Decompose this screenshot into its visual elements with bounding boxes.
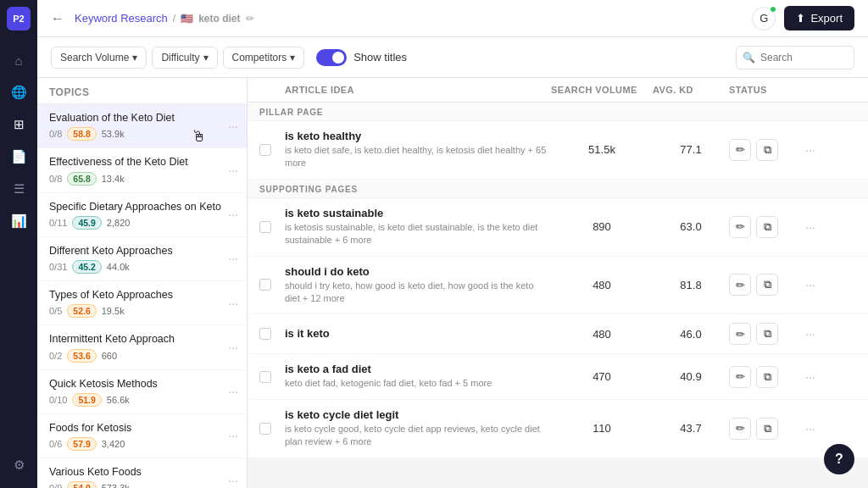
copy-button[interactable]: ⧉ bbox=[756, 323, 778, 345]
row-more-icon[interactable]: ··· bbox=[805, 278, 856, 291]
topic-item-intermittent[interactable]: Intermittent Keto Approach 0/2 53.6 660 … bbox=[37, 325, 247, 369]
kd-value: 77.1 bbox=[653, 143, 729, 156]
col-search-volume[interactable]: Search Volume bbox=[551, 85, 653, 95]
copy-button[interactable]: ⧉ bbox=[756, 274, 778, 296]
topic-more-icon[interactable]: ··· bbox=[228, 119, 238, 133]
search-volume-value: 480 bbox=[551, 279, 653, 291]
articles-panel: Article idea Search Volume Avg. KD Statu… bbox=[248, 78, 868, 488]
copy-button[interactable]: ⧉ bbox=[756, 418, 778, 440]
chevron-down-icon: ▾ bbox=[203, 52, 209, 64]
export-button[interactable]: ⬆ Export bbox=[784, 6, 854, 30]
topic-more-icon[interactable]: ··· bbox=[228, 297, 238, 310]
filter-search-volume[interactable]: Search Volume ▾ bbox=[51, 47, 147, 69]
edit-button[interactable]: ✏ bbox=[729, 216, 751, 238]
col-article-idea[interactable]: Article idea bbox=[285, 85, 551, 95]
table-row: is keto sustainable is ketosis sustainab… bbox=[248, 198, 868, 257]
table-header: Article idea Search Volume Avg. KD Statu… bbox=[248, 78, 868, 103]
filter-competitors-label: Competitors bbox=[232, 52, 287, 64]
status-icons: ✏ ⧉ bbox=[729, 418, 805, 440]
search-wrap: 🔍 bbox=[736, 46, 854, 69]
supporting-section-label: SUPPORTING PAGES bbox=[248, 180, 868, 198]
sidebar-icon-home[interactable]: ⌂ bbox=[5, 47, 32, 74]
row-checkbox[interactable] bbox=[259, 279, 271, 291]
copy-button[interactable]: ⧉ bbox=[756, 139, 778, 161]
topic-item-different[interactable]: Different Keto Approaches 0/31 45.2 44.0… bbox=[37, 237, 247, 281]
sidebar-icon-chart[interactable]: 📊 bbox=[5, 208, 32, 235]
breadcrumb-current: keto diet bbox=[198, 13, 240, 25]
back-button[interactable]: ← bbox=[51, 11, 64, 26]
export-label: Export bbox=[810, 12, 843, 25]
topbar-right: G ⬆ Export bbox=[752, 6, 854, 30]
show-titles-label: Show titles bbox=[353, 51, 407, 64]
article-title: is keto cycle diet legit bbox=[285, 408, 551, 421]
sidebar-icon-grid[interactable]: ⊞ bbox=[5, 111, 32, 138]
sidebar-icon-globe[interactable]: 🌐 bbox=[5, 79, 32, 106]
article-sub: is keto cycle good, keto cycle diet app … bbox=[285, 423, 551, 449]
row-checkbox[interactable] bbox=[259, 328, 271, 340]
edit-button[interactable]: ✏ bbox=[729, 139, 751, 161]
copy-button[interactable]: ⧉ bbox=[756, 216, 778, 238]
topic-item-quick[interactable]: Quick Ketosis Methods 0/10 51.9 56.6k ··… bbox=[37, 370, 247, 414]
col-avg-kd[interactable]: Avg. KD bbox=[653, 85, 729, 95]
status-icons: ✏ ⧉ bbox=[729, 274, 805, 296]
topic-more-icon[interactable]: ··· bbox=[228, 385, 238, 398]
google-icon[interactable]: G bbox=[752, 7, 776, 30]
breadcrumb-parent[interactable]: Keyword Research bbox=[75, 12, 168, 25]
copy-button[interactable]: ⧉ bbox=[756, 366, 778, 388]
search-volume-value: 51.5k bbox=[551, 143, 653, 156]
filter-competitors[interactable]: Competitors ▾ bbox=[223, 47, 305, 69]
sidebar-icon-list[interactable]: ☰ bbox=[5, 175, 32, 202]
google-badge bbox=[770, 6, 776, 13]
main-wrapper: ← Keyword Research / 🇺🇸 keto diet ✏ G ⬆ … bbox=[37, 0, 868, 488]
topic-more-icon[interactable]: ··· bbox=[228, 429, 238, 442]
topbar: ← Keyword Research / 🇺🇸 keto diet ✏ G ⬆ … bbox=[37, 0, 868, 37]
row-checkbox[interactable] bbox=[259, 371, 271, 383]
row-more-icon[interactable]: ··· bbox=[805, 220, 856, 234]
table-row: should i do keto should i try keto, how … bbox=[248, 257, 868, 315]
breadcrumb-separator: / bbox=[173, 13, 175, 25]
kd-value: 43.7 bbox=[653, 422, 729, 435]
edit-button[interactable]: ✏ bbox=[729, 274, 751, 296]
article-content: is it keto bbox=[285, 327, 551, 341]
topic-item-effect[interactable]: Effectiveness of the Keto Diet 0/8 65.8 … bbox=[37, 148, 247, 192]
chevron-down-icon: ▾ bbox=[132, 52, 137, 64]
edit-icon[interactable]: ✏ bbox=[246, 13, 254, 25]
export-icon: ⬆ bbox=[796, 12, 805, 25]
sidebar-icon-document[interactable]: 📄 bbox=[5, 143, 32, 170]
topic-more-icon[interactable]: ··· bbox=[228, 252, 238, 265]
row-more-icon[interactable]: ··· bbox=[805, 327, 856, 341]
topic-item-various[interactable]: Various Keto Foods 0/9 54.0 573.3k ··· bbox=[37, 458, 247, 488]
topics-header: Topics bbox=[37, 78, 247, 104]
help-button[interactable]: ? bbox=[824, 444, 854, 474]
filter-difficulty[interactable]: Difficulty ▾ bbox=[152, 47, 217, 69]
topic-item-foods[interactable]: Foods for Ketosis 0/6 57.9 3,420 ··· bbox=[37, 414, 247, 458]
row-more-icon[interactable]: ··· bbox=[805, 143, 856, 157]
kd-value: 63.0 bbox=[653, 220, 729, 233]
row-checkbox[interactable] bbox=[259, 221, 271, 233]
edit-button[interactable]: ✏ bbox=[729, 418, 751, 440]
row-more-icon[interactable]: ··· bbox=[805, 370, 856, 384]
topic-more-icon[interactable]: ··· bbox=[228, 208, 238, 221]
toggle-knob bbox=[332, 52, 344, 64]
row-checkbox[interactable] bbox=[259, 144, 271, 156]
article-sub: is keto diet safe, is keto.diet healthy,… bbox=[285, 144, 551, 170]
show-titles-toggle[interactable] bbox=[316, 49, 347, 66]
topic-item-types[interactable]: Types of Keto Approaches 0/5 52.6 19.5k … bbox=[37, 281, 247, 325]
search-volume-value: 110 bbox=[551, 422, 653, 435]
topic-item-specific[interactable]: Specific Dietary Approaches on Keto 0/11… bbox=[37, 193, 247, 237]
topic-more-icon[interactable]: ··· bbox=[228, 474, 238, 487]
edit-button[interactable]: ✏ bbox=[729, 323, 751, 345]
search-volume-value: 470 bbox=[551, 370, 653, 383]
article-title: is it keto bbox=[285, 327, 551, 340]
article-content: is keto sustainable is ketosis sustainab… bbox=[285, 207, 551, 247]
edit-button[interactable]: ✏ bbox=[729, 366, 751, 388]
topic-item-eval[interactable]: Evaluation of the Keto Diet 0/8 58.8 53.… bbox=[37, 104, 247, 148]
row-more-icon[interactable]: ··· bbox=[805, 422, 856, 435]
topic-more-icon[interactable]: ··· bbox=[228, 341, 238, 354]
topic-more-icon[interactable]: ··· bbox=[228, 164, 238, 177]
status-icons: ✏ ⧉ bbox=[729, 366, 805, 388]
sidebar-icon-settings[interactable]: ⚙ bbox=[5, 452, 32, 479]
search-volume-value: 890 bbox=[551, 220, 653, 233]
article-sub: keto diet fad, ketogenic fad diet, keto … bbox=[285, 377, 551, 390]
row-checkbox[interactable] bbox=[259, 423, 271, 435]
